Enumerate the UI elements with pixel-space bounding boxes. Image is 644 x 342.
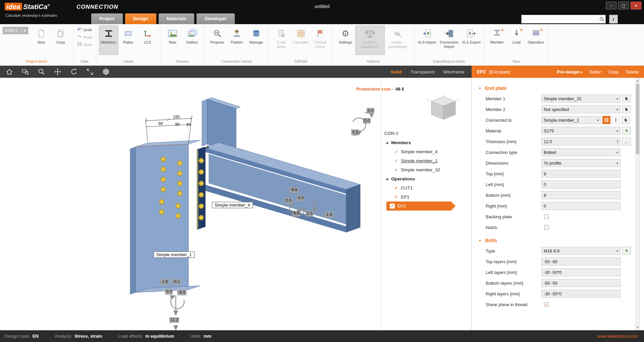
loads-in-equilibrium-button[interactable]: Loads in equilibrium (355, 25, 385, 55)
bolt-type-select[interactable]: M16 8.8 ▾ (541, 247, 621, 255)
tree-group-operations[interactable]: ◢ Operations (382, 174, 470, 183)
connected-to-select[interactable]: Simple member_1 ▾ (541, 116, 601, 124)
zoom-window-icon[interactable] (21, 68, 30, 76)
add-bolt-type-button[interactable]: + (622, 247, 631, 255)
tree-item-cut1[interactable]: ✓ CUT1 (382, 183, 470, 192)
tab-materials[interactable]: Materials (159, 13, 195, 24)
tree-item-simple-member-4[interactable]: ✓ Simple member_4 (382, 147, 470, 156)
member-tag-simple-member-1[interactable]: Simple member_1 (154, 251, 195, 258)
view-mode-solid[interactable]: Solid (390, 69, 401, 74)
manage-button[interactable]: Manage (247, 25, 266, 55)
left-input[interactable]: 0 (541, 180, 621, 188)
bottom-layers-input[interactable]: -50 -50 (541, 279, 621, 287)
pick-member-1-button[interactable] (622, 95, 631, 103)
rotate-icon[interactable] (70, 68, 78, 76)
tree-item-simple-member-32[interactable]: ✓ Simple member_32 (382, 165, 470, 174)
xls-export-button[interactable]: X XLS Export (461, 25, 482, 55)
panel-scrollbar[interactable]: ▲ ▼ (635, 78, 640, 330)
tree-splitter[interactable] (381, 78, 381, 330)
member-tag-simple-member-4[interactable]: Simple member_4 (212, 202, 253, 208)
navigation-cube[interactable] (422, 93, 462, 121)
material-select[interactable]: S275 ▾ (541, 127, 621, 135)
expander-icon[interactable]: ◢ (386, 174, 388, 183)
calculate-button[interactable]: Calculate (291, 25, 311, 55)
tree-root-connection[interactable]: CON-2 (382, 129, 470, 138)
view-mode-wireframe[interactable]: Wireframe (443, 69, 464, 74)
plate-side-button[interactable] (612, 116, 620, 124)
connection-selector[interactable]: CON-2 ▾ (3, 27, 28, 34)
code-setup-button[interactable]: Code setup (272, 25, 291, 55)
editor-button[interactable]: Editor (590, 69, 601, 74)
left-layers-input[interactable]: -30 -50*0 (541, 268, 621, 276)
xls-import-button[interactable]: X XLS Import (417, 25, 437, 55)
undo-button[interactable]: ↶ Undo (76, 27, 93, 33)
dimensions-select[interactable]: To profile ▾ (541, 159, 621, 167)
tree-item-ep1[interactable]: ✓ EP1 (382, 192, 470, 202)
collapse-triangle-icon[interactable]: ▼ (478, 87, 482, 90)
lcs-labels-button[interactable]: LCS (138, 25, 157, 55)
spinner-stepper[interactable]: ▴▾ (617, 139, 618, 144)
right-layers-input[interactable]: -30 -50*0 (541, 290, 621, 298)
save-button[interactable]: Save (76, 42, 93, 48)
zoom-fit-icon[interactable] (86, 68, 94, 76)
minimize-button[interactable]: – (606, 2, 616, 9)
scroll-down-arrow[interactable]: ▼ (636, 325, 640, 330)
members-labels-button[interactable]: Members (99, 25, 118, 55)
member-2-select[interactable]: Not specified ▾ (541, 105, 621, 113)
search-icon[interactable] (598, 17, 605, 22)
thickness-more-button[interactable]: … (622, 137, 631, 146)
website-link[interactable]: www.ideastatica.com (597, 334, 638, 339)
tab-developer[interactable]: Developer (197, 13, 234, 24)
scroll-thumb[interactable] (636, 84, 639, 154)
new-project-item-button[interactable]: New (32, 25, 51, 55)
notch-checkbox[interactable] (544, 225, 549, 230)
member-1-select[interactable]: Simple member_32 ▾ (541, 95, 621, 103)
tab-design[interactable]: Design (125, 13, 156, 24)
top-layers-input[interactable]: -50 -50 (541, 258, 621, 266)
maximize-button[interactable]: ▢ (618, 2, 629, 9)
view-mode-transparent[interactable]: Transparent (410, 69, 434, 74)
collapse-triangle-icon[interactable]: ▼ (478, 239, 482, 242)
3d-viewport[interactable]: Production cost -46 € 90 150 90 30 8 0.0… (0, 78, 472, 330)
plates-labels-button[interactable]: Plates (118, 25, 138, 55)
predesign-dropdown[interactable]: Pre-design ▾ (557, 69, 582, 74)
tree-group-members[interactable]: ◢ Members (382, 138, 470, 147)
new-load-button[interactable]: + Load (507, 25, 526, 55)
shear-plane-checkbox[interactable]: ✓ (544, 302, 549, 307)
copy-operation-button[interactable]: Copy (608, 69, 619, 74)
connection-import-button[interactable]: Connection Import (437, 25, 461, 55)
top-input[interactable]: 8 (541, 170, 621, 178)
add-material-button[interactable]: + (622, 127, 631, 135)
redo-button[interactable]: ↷ Redo (76, 34, 93, 40)
pan-icon[interactable] (54, 68, 62, 76)
publish-button[interactable]: Publish (227, 25, 247, 55)
gallery-button[interactable]: Gallery (182, 25, 202, 55)
home-view-icon[interactable] (5, 68, 13, 76)
expander-icon[interactable]: ◢ (386, 138, 388, 147)
overall-check-button[interactable]: Overall check (311, 25, 330, 55)
close-button[interactable]: ✕ (631, 2, 641, 9)
backing-plate-checkbox[interactable] (544, 214, 549, 219)
right-input[interactable]: 0 (541, 202, 621, 210)
scroll-up-arrow[interactable]: ▲ (636, 78, 640, 83)
loads-percentage-button[interactable]: % Loads - percentage (385, 25, 411, 55)
copy-project-item-button[interactable]: Copy (51, 25, 70, 55)
pick-member-2-button[interactable] (622, 105, 631, 113)
new-member-button[interactable]: + Member (487, 25, 507, 55)
thickness-input[interactable]: 12.0 ▴▾ (541, 137, 621, 146)
tab-project[interactable]: Project (91, 13, 123, 24)
settings-button[interactable]: ⚙ Settings (336, 25, 355, 55)
new-operation-button[interactable]: + Operation (526, 25, 546, 55)
connection-type-select[interactable]: Bolted ▾ (541, 148, 621, 156)
propose-button[interactable]: Propose (208, 25, 227, 55)
plate-side-button-active[interactable] (602, 116, 610, 124)
zoom-icon[interactable] (38, 68, 46, 76)
checkbox-checked-icon[interactable]: ✓ (390, 204, 395, 209)
info-button[interactable]: i (609, 15, 618, 23)
display-mode-cube-icon[interactable] (102, 68, 110, 76)
bottom-input[interactable]: 8 (541, 191, 621, 199)
search-input[interactable] (522, 17, 598, 22)
new-picture-button[interactable]: New (163, 25, 182, 55)
tree-item-simple-member-1[interactable]: ✓ Simple member_1 (382, 156, 470, 165)
pick-connected-to-button[interactable] (622, 116, 630, 124)
